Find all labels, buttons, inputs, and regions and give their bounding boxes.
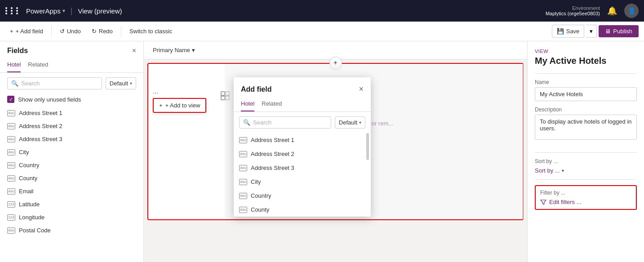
list-item[interactable]: Abc Address Street 3: [234, 161, 371, 175]
list-item[interactable]: Abc Address Street 3: [0, 133, 143, 146]
fields-header: Fields ×: [0, 41, 143, 55]
field-type-icon: Abc: [7, 149, 15, 155]
modal-tabs: Hotel Related: [234, 94, 371, 112]
publish-icon: 🖥: [605, 28, 611, 35]
modal-dropdown-chevron: ▾: [359, 120, 361, 125]
checkmark-icon: ✓: [9, 97, 13, 102]
fields-tab-related[interactable]: Related: [28, 58, 48, 72]
fields-panel: Fields × Hotel Related 🔍 Search Default …: [0, 41, 144, 262]
divider-1: [535, 73, 637, 74]
add-field-modal: Add field × Hotel Related 🔍 Search Def: [234, 77, 371, 217]
save-dropdown-button[interactable]: ▾: [586, 25, 597, 38]
publish-button[interactable]: 🖥 Publish: [599, 25, 639, 37]
redo-button[interactable]: ↻ Redo: [87, 25, 117, 37]
field-type-icon: Abc: [7, 136, 15, 142]
fields-tab-hotel[interactable]: Hotel: [7, 58, 21, 72]
modal-dropdown[interactable]: Default ▾: [335, 116, 365, 129]
name-field-input[interactable]: [535, 87, 637, 101]
list-item[interactable]: Abc County: [234, 203, 371, 217]
search-icon: 🔍: [11, 80, 18, 87]
list-item[interactable]: Abc Address Street 2: [0, 120, 143, 133]
plus-icon: +: [10, 28, 13, 35]
user-avatar[interactable]: 👤: [624, 4, 639, 18]
nav-right: Environment Maplytics (orge5ee0803) 🔔 👤: [546, 4, 639, 18]
svg-rect-0: [221, 92, 225, 95]
notification-icon[interactable]: 🔔: [607, 6, 617, 16]
field-type-icon: Abc: [7, 123, 15, 129]
fields-title: Fields: [7, 47, 28, 55]
list-item[interactable]: Abc County: [0, 172, 143, 185]
list-item[interactable]: Abc Country: [234, 189, 371, 203]
toolbar-right: 💾 Save ▾ 🖥 Publish: [552, 25, 639, 38]
field-type-icon: Abc: [7, 227, 15, 234]
apps-grid-icon[interactable]: [5, 7, 21, 14]
view-section-label: View: [535, 49, 637, 54]
list-item[interactable]: Abc Email: [0, 185, 143, 198]
fields-dropdown[interactable]: Default ▾: [106, 77, 136, 89]
edit-filters-button[interactable]: Edit filters ...: [540, 199, 631, 205]
field-type-icon: Abc: [239, 179, 247, 185]
toolbar-separator-2: [121, 26, 121, 37]
primary-name-column-header[interactable]: Primary Name ▾: [153, 47, 195, 53]
fields-close-button[interactable]: ×: [132, 47, 136, 55]
fields-list: Abc Address Street 1 Abc Address Street …: [0, 107, 143, 262]
env-info: Environment Maplytics (orge5ee0803): [546, 5, 600, 16]
col-sort-chevron: ▾: [192, 47, 195, 53]
list-item[interactable]: 123 Longitude: [0, 211, 143, 224]
list-item[interactable]: Abc City: [234, 175, 371, 189]
list-item[interactable]: Abc Address Street 1: [234, 133, 371, 147]
add-field-area: + ··· + + Add to view We: [147, 63, 524, 220]
scrollbar-thumb: [366, 133, 369, 160]
modal-scrollbar[interactable]: [365, 133, 370, 217]
fields-checkbox-row: ✓ Show only unused fields: [0, 94, 143, 107]
redo-icon: ↻: [92, 28, 97, 35]
switch-classic-button[interactable]: Switch to classic: [125, 25, 177, 37]
modal-tab-hotel[interactable]: Hotel: [241, 98, 254, 111]
undo-button[interactable]: ↺ Undo: [55, 25, 85, 37]
dropdown-chevron: ▾: [130, 81, 132, 86]
sort-section-label: Sort by ...: [535, 158, 637, 164]
filter-icon: [540, 199, 546, 205]
field-type-icon: Abc: [239, 151, 247, 157]
field-type-icon: Abc: [7, 110, 15, 116]
modal-overlay: Add field × Hotel Related 🔍 Search Def: [225, 64, 524, 219]
app-chevron: ▾: [62, 8, 65, 14]
field-type-icon: Abc: [239, 193, 247, 199]
modal-field-list: Abc Address Street 1 Abc Address Street …: [234, 133, 371, 217]
list-item[interactable]: Abc City: [0, 146, 143, 159]
list-item[interactable]: Abc Address Street 2: [234, 147, 371, 161]
main-layout: Fields × Hotel Related 🔍 Search Default …: [0, 41, 644, 262]
list-item[interactable]: Abc Address Street 1: [0, 107, 143, 120]
list-item[interactable]: 123 Latitude: [0, 198, 143, 211]
field-type-icon: Abc: [239, 137, 247, 143]
save-icon: 💾: [557, 28, 564, 35]
column-options-dots[interactable]: ···: [153, 89, 206, 96]
list-item[interactable]: Abc Postal Code: [0, 224, 143, 237]
app-name[interactable]: PowerApps ▾: [26, 7, 65, 15]
sort-by-button[interactable]: Sort by ... ▾: [535, 167, 637, 174]
fields-search-input[interactable]: 🔍 Search: [7, 77, 102, 89]
field-type-icon: Abc: [7, 162, 15, 169]
desc-field-textarea[interactable]: To display active hotels of logged in us…: [535, 115, 637, 140]
divider-3: [535, 179, 637, 180]
add-field-button[interactable]: + + Add field: [5, 25, 48, 37]
modal-search-icon: 🔍: [243, 119, 250, 126]
modal-title: Add field: [241, 85, 271, 93]
modal-search-input[interactable]: 🔍 Search: [239, 116, 331, 129]
sort-chevron: ▾: [562, 168, 564, 173]
list-item[interactable]: Abc Country: [0, 159, 143, 172]
field-type-icon: 123: [7, 214, 15, 221]
show-unused-label: Show only unused fields: [18, 96, 81, 103]
field-type-icon: Abc: [7, 188, 15, 195]
view-preview-title: View (preview): [78, 7, 122, 15]
save-button[interactable]: 💾 Save: [552, 25, 585, 38]
field-type-icon: Abc: [239, 207, 247, 213]
show-unused-checkbox[interactable]: ✓: [7, 96, 14, 103]
add-to-view-button[interactable]: + + Add to view: [153, 98, 206, 113]
filter-section: Filter by ... Edit filters ...: [535, 185, 637, 210]
modal-header: Add field ×: [234, 77, 371, 94]
modal-close-button[interactable]: ×: [359, 84, 364, 94]
modal-tab-related[interactable]: Related: [262, 98, 282, 111]
divider-2: [535, 152, 637, 153]
field-type-icon: Abc: [7, 175, 15, 182]
